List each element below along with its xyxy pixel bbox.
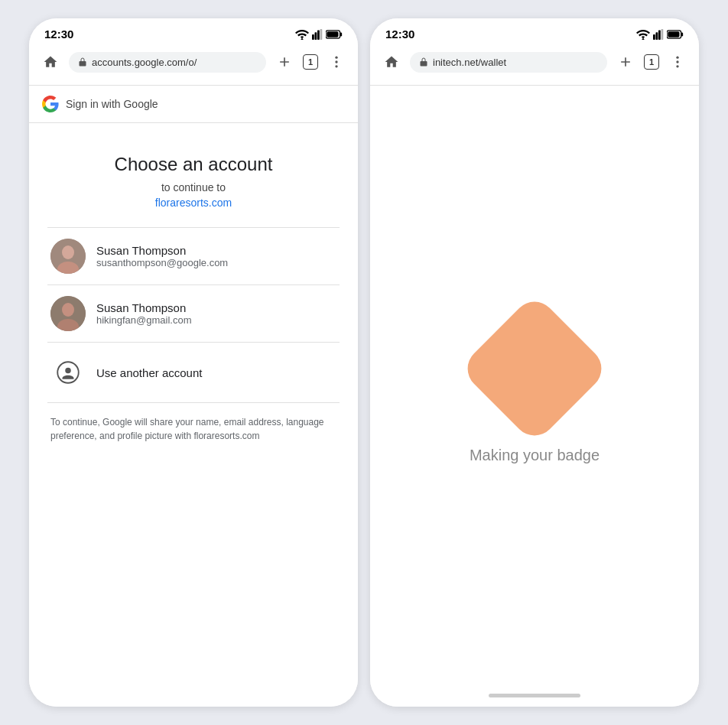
account-email-2: hikingfan@gmail.com bbox=[96, 314, 191, 326]
avatar-1 bbox=[50, 239, 86, 274]
status-icons-right bbox=[636, 29, 684, 40]
more-button-right[interactable] bbox=[665, 50, 690, 74]
use-another-icon bbox=[50, 355, 86, 390]
google-logo-icon bbox=[41, 95, 60, 113]
status-bar-right: 12:30 bbox=[370, 18, 699, 45]
status-bar-left: 12:30 bbox=[29, 18, 358, 45]
browser-content-left: Sign in with Google Choose an account to… bbox=[29, 86, 358, 707]
svg-rect-21 bbox=[661, 29, 664, 40]
left-phone: 12:30 bbox=[29, 18, 358, 707]
choose-account-title: Choose an account bbox=[47, 154, 340, 175]
url-text-left: accounts.google.com/o/ bbox=[92, 57, 197, 68]
badge-label: Making your badge bbox=[470, 447, 600, 464]
account-list: Susan Thompson susanthompson@google.com bbox=[47, 227, 340, 403]
battery-icon bbox=[326, 30, 343, 39]
tab-count-left[interactable]: 1 bbox=[303, 54, 318, 70]
use-another-account-label: Use another account bbox=[96, 366, 202, 379]
svg-rect-23 bbox=[681, 32, 684, 36]
google-header: Sign in with Google bbox=[29, 86, 358, 123]
svg-point-12 bbox=[62, 245, 74, 259]
privacy-notice: To continue, Google will share your name… bbox=[47, 403, 340, 455]
home-button-left[interactable] bbox=[38, 50, 63, 74]
lock-icon-left bbox=[78, 57, 87, 67]
badge-container: Making your badge bbox=[470, 86, 600, 694]
right-phone: 12:30 bbox=[370, 18, 699, 707]
status-time-left: 12:30 bbox=[44, 28, 73, 41]
account-name-1: Susan Thompson bbox=[96, 244, 228, 257]
svg-point-28 bbox=[676, 65, 678, 67]
add-tab-button-right[interactable] bbox=[613, 50, 638, 74]
use-another-account-item[interactable]: Use another account bbox=[47, 343, 340, 403]
svg-rect-20 bbox=[658, 30, 661, 40]
svg-point-8 bbox=[335, 57, 337, 59]
svg-rect-0 bbox=[312, 34, 314, 40]
wifi-icon bbox=[295, 29, 309, 40]
more-button-left[interactable] bbox=[324, 50, 349, 74]
status-time-right: 12:30 bbox=[385, 28, 414, 41]
signal-icon bbox=[312, 29, 323, 40]
svg-rect-19 bbox=[656, 32, 658, 40]
wifi-icon-right bbox=[636, 29, 650, 40]
svg-rect-25 bbox=[421, 61, 427, 67]
svg-rect-6 bbox=[327, 31, 338, 37]
browser-nav-right: initech.net/wallet 1 bbox=[379, 50, 690, 74]
account-email-1: susanthompson@google.com bbox=[96, 257, 228, 268]
account-name-2: Susan Thompson bbox=[96, 301, 191, 314]
google-header-text: Sign in with Google bbox=[66, 98, 158, 110]
svg-rect-2 bbox=[317, 30, 320, 40]
address-bar-right[interactable]: initech.net/wallet bbox=[410, 52, 607, 73]
choose-account-body: Choose an account to continue to florare… bbox=[29, 123, 358, 470]
badge-diamond-shape bbox=[459, 293, 610, 444]
svg-point-9 bbox=[335, 60, 337, 63]
status-icons-left bbox=[295, 29, 343, 40]
url-text-right: initech.net/wallet bbox=[433, 57, 506, 68]
browser-nav-left: accounts.google.com/o/ 1 bbox=[38, 50, 349, 74]
battery-icon-right bbox=[667, 30, 684, 39]
address-bar-left[interactable]: accounts.google.com/o/ bbox=[69, 52, 266, 73]
floraresorts-link[interactable]: floraresorts.com bbox=[47, 197, 340, 209]
browser-chrome-right: initech.net/wallet 1 bbox=[370, 45, 699, 86]
svg-rect-7 bbox=[80, 61, 86, 67]
browser-content-right: Making your badge bbox=[370, 86, 699, 707]
svg-point-26 bbox=[676, 57, 678, 59]
avatar-2 bbox=[50, 296, 86, 331]
account-info-1: Susan Thompson susanthompson@google.com bbox=[96, 244, 228, 268]
svg-rect-5 bbox=[340, 32, 343, 36]
lock-icon-right bbox=[419, 57, 428, 67]
account-item-1[interactable]: Susan Thompson susanthompson@google.com bbox=[47, 228, 340, 285]
svg-rect-1 bbox=[315, 32, 317, 40]
svg-point-15 bbox=[62, 303, 74, 317]
phones-container: 12:30 bbox=[14, 3, 714, 722]
continue-to-text: to continue to bbox=[47, 181, 340, 193]
add-tab-button-left[interactable] bbox=[272, 50, 297, 74]
svg-rect-3 bbox=[320, 29, 323, 40]
account-item-2[interactable]: Susan Thompson hikingfan@gmail.com bbox=[47, 285, 340, 343]
svg-rect-18 bbox=[653, 34, 655, 40]
tab-count-right[interactable]: 1 bbox=[644, 54, 659, 70]
home-button-right[interactable] bbox=[379, 50, 404, 74]
home-indicator-right bbox=[489, 694, 580, 697]
svg-point-10 bbox=[335, 65, 337, 67]
account-info-2: Susan Thompson hikingfan@gmail.com bbox=[96, 301, 191, 326]
signal-icon-right bbox=[653, 29, 664, 40]
browser-chrome-left: accounts.google.com/o/ 1 bbox=[29, 45, 358, 86]
svg-point-27 bbox=[676, 60, 678, 63]
svg-rect-24 bbox=[668, 31, 679, 37]
